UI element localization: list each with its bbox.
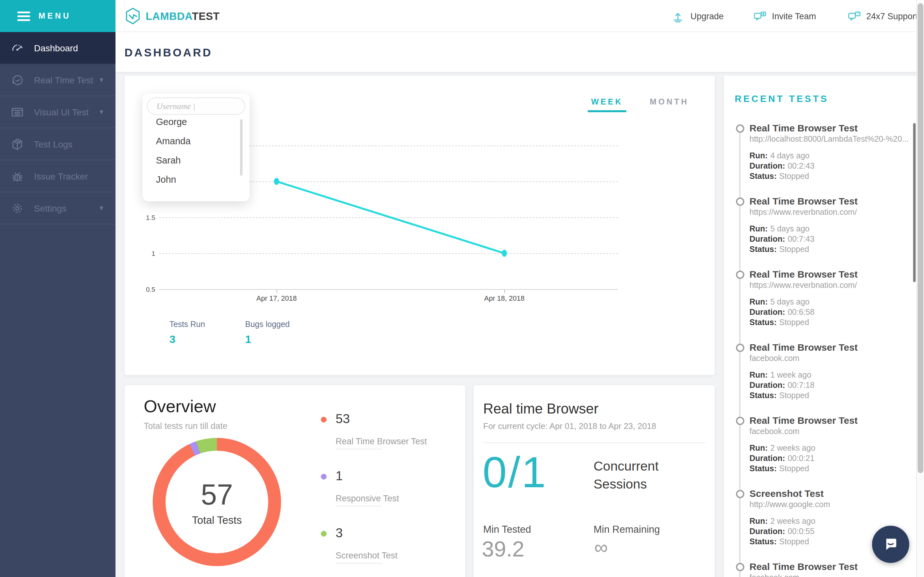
page-title-bar: DASHBOARD xyxy=(115,32,924,72)
lambdatest-logo[interactable]: LAMBDATEST xyxy=(124,0,220,32)
support-button[interactable]: ? 24x7 Support xyxy=(847,0,918,32)
recent-test-title: Real Time Browser Test xyxy=(750,122,918,133)
username-filter-dropdown: George Amanda Sarah John xyxy=(142,93,250,201)
recent-test-title: Real Time Browser Test xyxy=(750,415,918,426)
upgrade-button[interactable]: Upgrade xyxy=(671,0,724,32)
min-remaining-value: ∞ xyxy=(594,537,608,558)
recent-test-url: http://localhost:8000/LambdaTest%20-%20.… xyxy=(750,135,909,143)
logo-text: LAMBDATEST xyxy=(145,10,220,22)
recent-test-run: Run:2 weeks ago xyxy=(750,444,815,453)
dropdown-scrollbar[interactable] xyxy=(240,119,242,176)
recent-test-item[interactable]: Real Time Browser Test facebook.com Run:… xyxy=(750,342,918,353)
recent-test-title: Real Time Browser Test xyxy=(750,195,918,206)
sidebar-item-real-time-test[interactable]: Real Time Test ▼ xyxy=(0,64,115,96)
username-input[interactable] xyxy=(147,97,245,115)
recent-test-item[interactable]: Real Time Browser Test http://localhost:… xyxy=(750,122,918,133)
sidebar-item-settings[interactable]: Settings ▼ xyxy=(0,192,115,224)
tests-run-label: Tests Run xyxy=(170,320,205,329)
legend-label: Real Time Browser Test xyxy=(336,437,427,446)
chat-widget-button[interactable] xyxy=(872,526,909,563)
rtb-title: Real time Browser xyxy=(483,401,598,417)
sidebar-item-label: Dashboard xyxy=(34,43,78,53)
timeline-dot-icon xyxy=(736,417,744,425)
page-title: DASHBOARD xyxy=(124,46,212,60)
sidebar-nav: Dashboard Real Time Test ▼ Visual U xyxy=(0,32,115,224)
invite-team-button[interactable]: Invite Team xyxy=(753,0,816,32)
timeline-dot-icon xyxy=(736,271,744,279)
support-chat-icon: ? xyxy=(847,9,861,23)
min-tested-value: 39.2 xyxy=(482,537,524,562)
recent-test-status: Status:Stopped xyxy=(750,537,809,546)
dropdown-option[interactable]: George xyxy=(156,117,187,129)
recent-test-url: facebook.com xyxy=(750,427,800,436)
legend-divider xyxy=(336,449,382,450)
legend-label: Screenshot Test xyxy=(336,551,397,560)
min-remaining-label: Min Remaining xyxy=(594,524,660,535)
overview-donut-center: 57 Total Tests xyxy=(166,451,268,553)
recent-test-status: Status:Stopped xyxy=(750,172,809,181)
sidebar-item-issue-tracker[interactable]: Issue Tracker xyxy=(0,160,115,192)
timeline-line xyxy=(739,128,740,577)
recent-test-status: Status:Stopped xyxy=(750,245,809,254)
recent-test-duration: Duration:00:6:58 xyxy=(750,308,814,317)
overview-subtitle: Total tests run till date xyxy=(144,421,228,431)
recent-test-item[interactable]: Real Time Browser Test https://www.rever… xyxy=(750,195,918,206)
overview-title: Overview xyxy=(144,397,216,417)
page-scrollbar-thumb[interactable] xyxy=(917,3,923,473)
recent-test-item[interactable]: Screenshot Test http://www.google.com Ru… xyxy=(750,488,918,499)
sidebar-item-visual-ui-test[interactable]: Visual UI Test ▼ xyxy=(0,96,115,128)
recent-test-title: Real Time Browser Test xyxy=(750,342,918,353)
recent-tests-panel: RECENT TESTS Real Time Browser Test http… xyxy=(724,76,924,577)
recent-test-item[interactable]: Real Time Browser Test https://www.rever… xyxy=(750,269,918,279)
total-tests-value: 57 xyxy=(201,478,233,511)
sidebar-item-label: Issue Tracker xyxy=(34,171,88,181)
dropdown-option[interactable]: Amanda xyxy=(156,136,191,149)
bug-icon xyxy=(10,169,24,183)
browser-eye-icon xyxy=(10,105,24,119)
total-tests-label: Total Tests xyxy=(192,514,242,526)
y-tick-label: 1 xyxy=(129,250,155,257)
x-tick-label: Apr 17, 2018 xyxy=(238,294,315,302)
real-time-browser-card: Real time Browser For current cycle: Apr… xyxy=(473,385,715,577)
recent-test-url: http://www.google.com xyxy=(750,500,830,509)
sidebar-item-test-logs[interactable]: Test Logs xyxy=(0,128,115,160)
legend-value: 3 xyxy=(336,526,342,540)
overview-donut-ring: 57 Total Tests xyxy=(153,438,281,566)
legend-dot-screenshot xyxy=(321,531,326,537)
overview-card: Overview Total tests run till date 57 To… xyxy=(124,385,465,577)
gauge-icon xyxy=(10,41,24,55)
divider xyxy=(483,442,705,443)
rtb-cycle-subtitle: For current cycle: Apr 01, 2018 to Apr 2… xyxy=(483,421,656,431)
recent-test-item[interactable]: Real Time Browser Test facebook.com Run:… xyxy=(750,415,918,426)
recent-test-duration: Duration:00:0:55 xyxy=(750,527,814,536)
timeline-dot-icon xyxy=(736,490,744,498)
sidebar-item-label: Visual UI Test xyxy=(34,107,89,117)
dropdown-option[interactable]: John xyxy=(156,174,176,187)
invite-team-icon xyxy=(753,9,766,23)
support-label: 24x7 Support xyxy=(866,11,918,21)
invite-team-label: Invite Team xyxy=(772,11,816,21)
legend-divider xyxy=(336,563,382,564)
sidebar-item-dashboard[interactable]: Dashboard xyxy=(0,32,115,64)
recent-test-duration: Duration:00:2:43 xyxy=(750,161,814,171)
legend-value: 53 xyxy=(336,412,350,426)
menu-button[interactable]: MENU xyxy=(0,0,115,32)
chevron-down-icon: ▼ xyxy=(98,108,105,115)
recent-panel-scrollbar-thumb[interactable] xyxy=(913,123,915,282)
bugs-logged-value: 1 xyxy=(245,334,251,346)
dropdown-option[interactable]: Sarah xyxy=(156,155,181,168)
timeline-dot-icon xyxy=(736,563,744,571)
tab-month[interactable]: MONTH xyxy=(647,97,692,106)
chevron-down-icon: ▼ xyxy=(98,205,105,211)
sidebar-item-label: Settings xyxy=(34,203,66,213)
legend-dot-real-time xyxy=(321,417,326,422)
legend-dot-responsive xyxy=(321,474,326,480)
recent-test-url: facebook.com xyxy=(750,354,800,363)
timeline-dot-icon xyxy=(736,124,744,133)
y-tick-label: 1.5 xyxy=(129,213,155,221)
recent-test-duration: Duration:00:7:18 xyxy=(750,381,814,390)
y-tick-label: 0.5 xyxy=(129,285,155,293)
recent-test-title: Screenshot Test xyxy=(750,488,918,499)
recent-test-url: facebook.com xyxy=(750,573,800,577)
tab-week[interactable]: WEEK xyxy=(586,97,628,106)
